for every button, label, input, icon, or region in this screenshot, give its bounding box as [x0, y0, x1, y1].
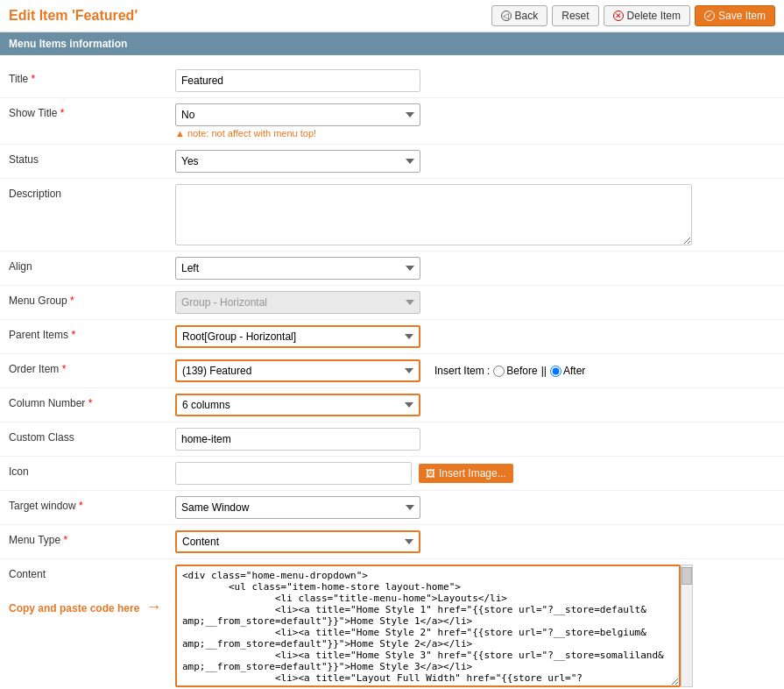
insert-before-radio[interactable]: [493, 366, 505, 377]
menu-type-row: Menu Type * Content Link Heading Module: [0, 525, 784, 559]
menu-type-field: Content Link Heading Module: [175, 530, 775, 553]
title-row: Title *: [0, 64, 784, 98]
column-number-select[interactable]: 6 columns 1 column 2 columns 3 columns 4…: [175, 394, 420, 416]
insert-before-label: Before: [493, 365, 537, 377]
content-field: <div class="home-menu-dropdown"> <ul cla…: [175, 565, 775, 689]
scrollbar[interactable]: [681, 565, 693, 687]
insert-image-button[interactable]: 🖼 Insert Image...: [419, 464, 513, 483]
target-window-row: Target window * Same Window New Window: [0, 491, 784, 525]
menu-group-label: Menu Group *: [9, 291, 175, 307]
insert-after-label: After: [550, 365, 585, 377]
menu-group-row: Menu Group * Group - Horizontal: [0, 286, 784, 320]
icon-input[interactable]: [175, 462, 412, 485]
custom-class-row: Custom Class: [0, 423, 784, 457]
status-field: Yes No: [175, 150, 775, 173]
title-input[interactable]: [175, 69, 420, 92]
menu-type-select[interactable]: Content Link Heading Module: [175, 530, 420, 553]
icon-label: Icon: [9, 462, 175, 478]
target-window-select[interactable]: Same Window New Window: [175, 496, 420, 519]
save-button[interactable]: ✓ Save Item: [695, 5, 775, 26]
description-label: Description: [9, 184, 175, 200]
icon-field: 🖼 Insert Image...: [175, 462, 775, 485]
align-field: Left Center Right: [175, 257, 775, 280]
status-select[interactable]: Yes No: [175, 150, 420, 173]
title-field: [175, 69, 775, 92]
show-title-label: Show Title *: [9, 103, 175, 119]
status-row: Status Yes No: [0, 145, 784, 179]
copy-paste-label: Copy and paste code here →: [9, 598, 175, 616]
show-title-select[interactable]: No Yes: [175, 103, 420, 126]
content-label: Content Copy and paste code here →: [9, 565, 175, 616]
status-label: Status: [9, 150, 175, 166]
description-row: Description: [0, 179, 784, 252]
custom-class-field: [175, 428, 775, 451]
show-title-note: note: not affect with menu top!: [175, 128, 775, 139]
align-row: Align Left Center Right: [0, 252, 784, 286]
back-icon: ◁: [501, 11, 512, 21]
insert-item-area: Insert Item : Before || After: [434, 365, 585, 377]
page-title: Edit Item 'Featured': [9, 8, 138, 24]
parent-items-label: Parent Items *: [9, 325, 175, 341]
custom-class-label: Custom Class: [9, 428, 175, 444]
top-bar: Edit Item 'Featured' ◁ Back Reset ✕ Dele…: [0, 0, 784, 32]
description-field: [175, 184, 775, 245]
column-number-label: Column Number *: [9, 394, 175, 409]
target-window-field: Same Window New Window: [175, 496, 775, 519]
section-header: Menu Items information: [0, 32, 784, 55]
show-title-field: No Yes note: not affect with menu top!: [175, 103, 775, 139]
menu-type-label: Menu Type *: [9, 530, 175, 546]
target-window-label: Target window *: [9, 496, 175, 512]
menu-group-field: Group - Horizontal: [175, 291, 775, 314]
image-icon: 🖼: [426, 468, 435, 479]
insert-after-radio[interactable]: [550, 366, 562, 377]
order-item-label: Order Item *: [9, 359, 175, 375]
align-label: Align: [9, 257, 175, 273]
parent-items-select[interactable]: Root[Group - Horizontal]: [175, 325, 420, 348]
delete-icon: ✕: [613, 11, 624, 21]
form-container: Title * Show Title * No Yes note: not af…: [0, 55, 784, 689]
column-number-field: 6 columns 1 column 2 columns 3 columns 4…: [175, 394, 775, 416]
title-label: Title *: [9, 69, 175, 85]
description-textarea[interactable]: [175, 184, 692, 245]
content-row: Content Copy and paste code here → <div …: [0, 559, 784, 689]
custom-class-input[interactable]: [175, 428, 420, 451]
order-item-row: Order Item * (139) Featured Insert Item …: [0, 354, 784, 388]
top-bar-actions: ◁ Back Reset ✕ Delete Item ✓ Save Item: [491, 5, 775, 26]
content-textarea[interactable]: <div class="home-menu-dropdown"> <ul cla…: [175, 565, 681, 687]
delete-button[interactable]: ✕ Delete Item: [604, 5, 690, 26]
save-icon: ✓: [704, 11, 715, 21]
order-item-select[interactable]: (139) Featured: [175, 359, 420, 382]
parent-items-row: Parent Items * Root[Group - Horizontal]: [0, 320, 784, 354]
column-number-row: Column Number * 6 columns 1 column 2 col…: [0, 388, 784, 423]
order-item-field: (139) Featured Insert Item : Before || A…: [175, 359, 775, 382]
menu-group-select[interactable]: Group - Horizontal: [175, 291, 420, 314]
back-button[interactable]: ◁ Back: [491, 5, 548, 26]
icon-row: Icon 🖼 Insert Image...: [0, 457, 784, 491]
parent-items-field: Root[Group - Horizontal]: [175, 325, 775, 348]
show-title-row: Show Title * No Yes note: not affect wit…: [0, 98, 784, 145]
align-select[interactable]: Left Center Right: [175, 257, 420, 280]
arrow-right-icon: →: [145, 598, 161, 615]
reset-button[interactable]: Reset: [552, 5, 598, 26]
